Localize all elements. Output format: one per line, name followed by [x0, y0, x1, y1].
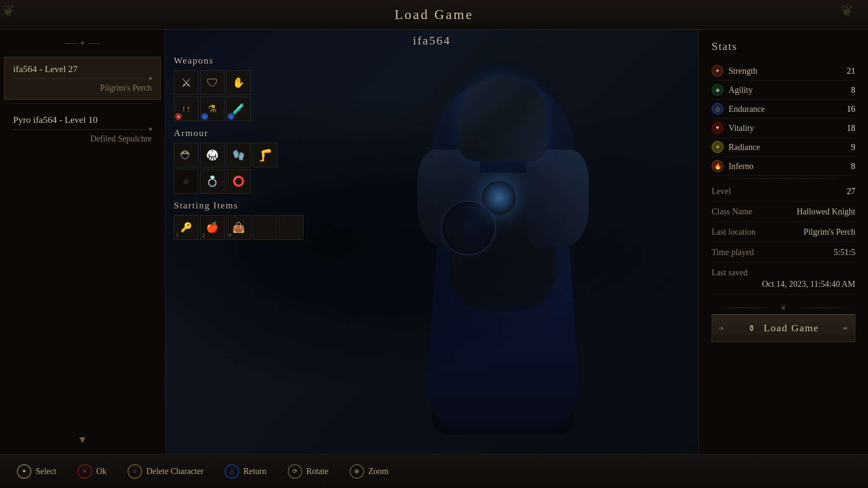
saved-label: Last saved [712, 268, 748, 277]
select-icon: ✦ [17, 464, 31, 479]
weapon-slot-3[interactable]: ✋ [226, 70, 251, 95]
sidebar-ornament: ── ✦ ── [4, 38, 161, 48]
strength-value: 21 [847, 66, 855, 76]
save-slot-2[interactable]: Pyro ifa564 - Level 10 Defiled Sepulchre [4, 108, 161, 150]
radiance-label: Radiance [729, 142, 760, 152]
scroll-indicator: ▼ [4, 434, 161, 446]
sidebar-slot-divider [13, 103, 152, 104]
weapon-slot-6[interactable]: 🧪 ○ [226, 97, 251, 121]
bottom-action-select: ✦ Select [17, 464, 56, 479]
weapons-bottom-grid: ↑↑ ✕ ⚗ ○ 🧪 ○ [174, 97, 292, 121]
ok-label: Ok [96, 466, 106, 476]
class-value: Hallowed Knight [797, 207, 855, 216]
character-name: ifa564 [165, 34, 698, 47]
agility-label: Agility [729, 85, 753, 95]
endurance-icon: ◇ [712, 103, 723, 115]
weapon-slot-1[interactable]: ⚔ [174, 70, 198, 95]
armour-slot-5[interactable]: ● [174, 169, 198, 194]
armour-slot-3[interactable]: 🧤 [226, 143, 251, 167]
top-bar: ❦ Load Game ❦ [0, 0, 868, 30]
knight-figure [414, 64, 592, 454]
starting-items-grid: 🔑1 🍎2 👜9 [174, 215, 292, 240]
slot1-divider [13, 77, 152, 80]
location-value: Pilgrim's Perch [804, 227, 855, 237]
stat-inferno-left: 🔥 Inferno [712, 160, 754, 172]
delete-label: Delete Character [146, 466, 203, 476]
stat-row-endurance: ◇ Endurance 16 [712, 100, 855, 119]
strength-label: Strength [729, 66, 757, 76]
inferno-icon: 🔥 [712, 160, 723, 172]
knight-helmet [459, 75, 548, 161]
slot2-divider [13, 128, 152, 130]
armour-slot-7[interactable]: ⭕ [226, 169, 251, 194]
starting-item-1[interactable]: 🔑1 [174, 215, 198, 240]
stat-radiance-left: ☀ Radiance [712, 141, 760, 153]
stat-vitality-left: ♥ Vitality [712, 122, 754, 134]
armour-slot-6[interactable]: 💍 [200, 169, 225, 194]
load-btn-icon: ⚱ [748, 324, 756, 333]
inferno-label: Inferno [729, 161, 754, 171]
starting-item-2[interactable]: 🍎2 [200, 215, 225, 240]
knight-shoulder-right [526, 150, 589, 247]
time-label: Time played [712, 247, 754, 257]
save-slot-2-location: Defiled Sepulchre [13, 134, 152, 144]
starting-items-title: Starting Items [174, 200, 292, 211]
top-right-ornament: ❦ [840, 2, 866, 28]
stat-strength-left: ✦ Strength [712, 65, 757, 77]
return-icon: △ [225, 464, 239, 479]
starting-item-3[interactable]: 👜9 [226, 215, 251, 240]
weapon-slot-4[interactable]: ↑↑ ✕ [174, 97, 198, 121]
starting-items-section: Starting Items 🔑1 🍎2 👜9 [174, 200, 292, 240]
agility-value: 8 [851, 85, 855, 95]
weapon-slot-2[interactable]: 🛡 [200, 70, 225, 95]
weapons-section: Weapons ⚔ 🛡 ✋ ↑↑ ✕ ⚗ ○ 🧪 [174, 55, 292, 121]
stat-row-strength: ✦ Strength 21 [712, 61, 855, 80]
bottom-action-delete: ○ Delete Character [128, 464, 203, 479]
delete-icon: ○ [128, 464, 142, 479]
bottom-action-zoom: ⊕ Zoom [350, 464, 389, 479]
armour-slot-4[interactable]: 🦵 [253, 143, 277, 167]
class-label: Class Name [712, 207, 752, 216]
weapon-slot-5[interactable]: ⚗ ○ [200, 97, 225, 121]
location-row: Last location Pilgrim's Perch [712, 222, 855, 242]
time-row: Time played 5:51:5 [712, 242, 855, 263]
stat-row-radiance: ☀ Radiance 9 [712, 138, 855, 157]
level-row: Level 27 [712, 181, 855, 202]
stat-row-agility: ◈ Agility 8 [712, 80, 855, 100]
zoom-label: Zoom [368, 466, 389, 476]
vitality-value: 18 [847, 123, 855, 133]
armour-title: Armour [174, 128, 292, 139]
save-slot-1[interactable]: ifa564 - Level 27 Pilgrim's Perch [4, 57, 161, 100]
stats-title: Stats [712, 40, 855, 53]
saved-row: Last saved Oct 14, 2023, 11:54:40 AM [712, 263, 855, 294]
vitality-label: Vitality [729, 123, 754, 133]
agility-icon: ◈ [712, 84, 723, 96]
main-content: ── ✦ ── ifa564 - Level 27 Pilgrim's Perc… [0, 30, 868, 454]
armour-section: Armour ⛑ 🥋 🧤 🦵 ● 💍 ⭕ [174, 128, 292, 194]
location-label: Last location [712, 227, 756, 237]
page-title: Load Game [395, 7, 473, 22]
load-btn-label: Load Game [764, 322, 819, 333]
stat-endurance-left: ◇ Endurance [712, 103, 765, 115]
strength-icon: ✦ [712, 65, 723, 77]
starting-item-4[interactable] [253, 215, 277, 240]
starting-item-5[interactable] [279, 215, 303, 240]
weapons-title: Weapons [174, 55, 292, 66]
armour-slot-2[interactable]: 🥋 [200, 143, 225, 167]
class-row: Class Name Hallowed Knight [712, 202, 855, 222]
save-slot-2-name: Pyro ifa564 - Level 10 [13, 114, 152, 125]
item3-count: 9 [228, 232, 231, 238]
bottom-action-return: △ Return [225, 464, 266, 479]
stat-agility-left: ◈ Agility [712, 84, 753, 96]
inferno-value: 8 [851, 161, 855, 171]
radiance-icon: ☀ [712, 141, 723, 153]
radiance-value: 9 [851, 142, 855, 152]
load-game-button[interactable]: ⚱ Load Game [712, 314, 855, 342]
level-value: 27 [847, 186, 855, 196]
zoom-icon: ⊕ [350, 464, 364, 479]
select-label: Select [36, 466, 56, 476]
armour-slot-1[interactable]: ⛑ [174, 143, 198, 167]
return-label: Return [243, 466, 266, 476]
stat-row-vitality: ♥ Vitality 18 [712, 119, 855, 138]
stat-row-inferno: 🔥 Inferno 8 [712, 157, 855, 176]
